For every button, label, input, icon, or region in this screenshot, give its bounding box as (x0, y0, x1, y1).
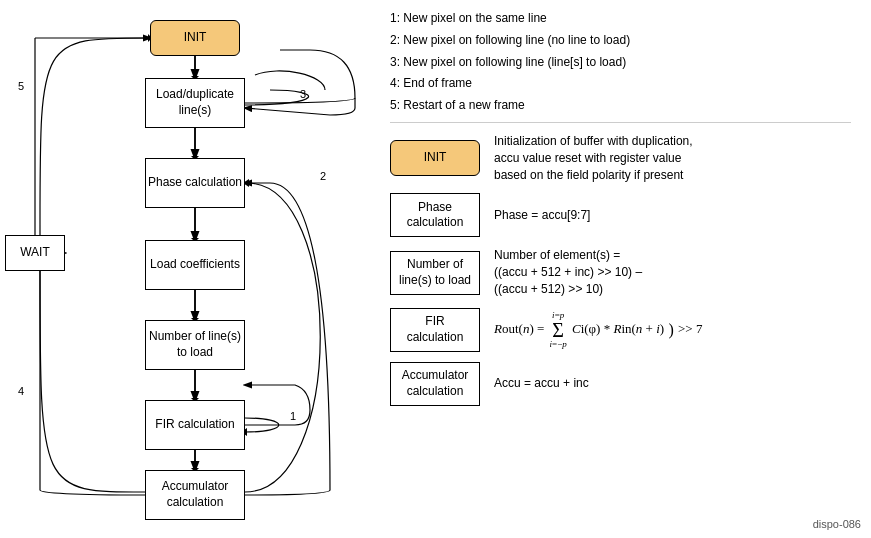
load-duplicate-box: Load/duplicate line(s) (145, 78, 245, 128)
legend-row-fir: FIRcalculation Rout(n) = i=p Σ i=−p Ci(φ… (390, 308, 851, 352)
legend-row-phase: Phasecalculation Phase = accu[9:7] (390, 193, 851, 237)
note-1: 1: New pixel on the same line (390, 10, 851, 27)
legend-phase-box: Phasecalculation (390, 193, 480, 237)
legend-row-numlines: Number ofline(s) to load Number of eleme… (390, 247, 851, 297)
note-3: 3: New pixel on following line (line[s] … (390, 54, 851, 71)
arrow-label-3: 3 (300, 88, 306, 100)
legend-accu-desc: Accu = accu + inc (494, 375, 851, 392)
main-container: 3 2 1 4 5 INIT Load/duplicate line(s) Ph… (0, 0, 871, 538)
legend-notes: 1: New pixel on the same line 2: New pix… (390, 10, 851, 114)
legend-fir-desc: Rout(n) = i=p Σ i=−p Ci(φ) * Rin(n + i) … (494, 311, 851, 349)
arrow-label-5: 5 (18, 80, 24, 92)
arrow-label-2: 2 (320, 170, 326, 182)
legend-init-desc: Initialization of buffer with duplicatio… (494, 133, 851, 183)
load-coefficients-box: Load coefficients (145, 240, 245, 290)
accumulator-calculation-box: Accumulator calculation (145, 470, 245, 520)
legend-row-init: INIT Initialization of buffer with dupli… (390, 133, 851, 183)
phase-calculation-box: Phase calculation (145, 158, 245, 208)
legend-row-accu: Accumulatorcalculation Accu = accu + inc (390, 362, 851, 406)
legend-fir-box: FIRcalculation (390, 308, 480, 352)
fir-calculation-box: FIR calculation (145, 400, 245, 450)
note-2: 2: New pixel on following line (no line … (390, 32, 851, 49)
dispo-label: dispo-086 (813, 518, 861, 530)
note-4: 4: End of frame (390, 75, 851, 92)
flowchart-area: 3 2 1 4 5 INIT Load/duplicate line(s) Ph… (0, 0, 380, 538)
legend-numlines-desc: Number of element(s) = ((accu + 512 + in… (494, 247, 851, 297)
number-of-lines-box: Number of line(s) to load (145, 320, 245, 370)
note-5: 5: Restart of a new frame (390, 97, 851, 114)
arrow-label-4: 4 (18, 385, 24, 397)
wait-box: WAIT (5, 235, 65, 271)
legend-area: 1: New pixel on the same line 2: New pix… (380, 0, 871, 538)
legend-init-box: INIT (390, 140, 480, 176)
legend-accu-box: Accumulatorcalculation (390, 362, 480, 406)
legend-boxes: INIT Initialization of buffer with dupli… (390, 133, 851, 406)
arrow-label-1: 1 (290, 410, 296, 422)
init-box: INIT (150, 20, 240, 56)
legend-numlines-box: Number ofline(s) to load (390, 251, 480, 295)
legend-phase-desc: Phase = accu[9:7] (494, 207, 851, 224)
